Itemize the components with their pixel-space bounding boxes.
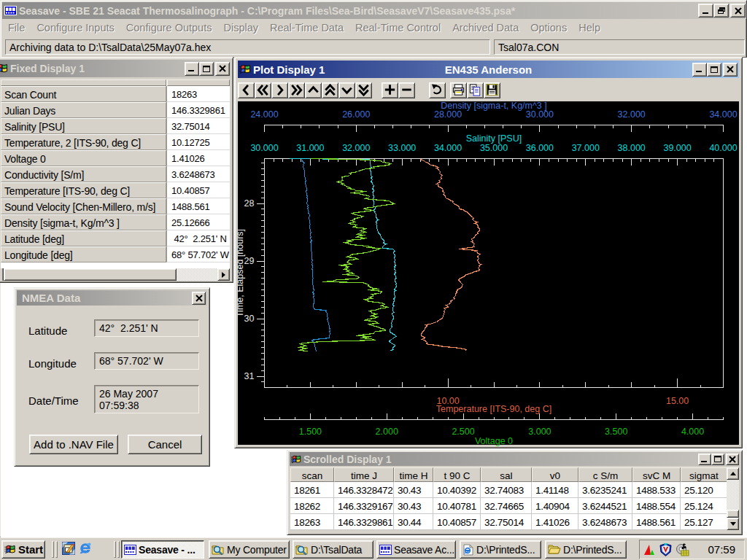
menu-real-time-control[interactable]: Real-Time Control	[349, 22, 446, 34]
chevron-right-icon	[272, 82, 287, 98]
vertical-scrollbar[interactable]	[727, 467, 739, 530]
fixed-row-julian-days: Julian Days146.3329861	[1, 102, 230, 118]
close-button[interactable]	[723, 63, 738, 77]
plot-display-title: Plot Display 1	[253, 63, 325, 76]
row-label: Conductivity [S/m]	[1, 166, 166, 182]
scroll-right-fast-button[interactable]	[288, 82, 305, 98]
column-header-time-H: time H	[394, 467, 433, 482]
network-monitor-icon[interactable]	[643, 543, 657, 556]
plot-display-titlebar[interactable]: Plot Display 1 EN435 Anderson	[238, 61, 739, 78]
restore-button[interactable]	[713, 4, 729, 18]
menu-help[interactable]: Help	[573, 22, 606, 34]
close-icon	[728, 456, 737, 463]
taskbar-grip[interactable]	[55, 541, 58, 558]
internet-explorer-icon[interactable]	[79, 542, 92, 555]
scroll-up-button[interactable]	[727, 467, 739, 480]
menu-display[interactable]: Display	[217, 22, 264, 34]
maximize-button[interactable]	[707, 63, 721, 77]
taskbar-grip[interactable]	[117, 541, 120, 558]
close-button[interactable]	[726, 454, 739, 465]
menu-configure-outputs[interactable]: Configure Outputs	[120, 22, 218, 34]
horizontal-scrollbar[interactable]	[1, 268, 230, 281]
scrolled-display-window: Scrolled Display 1 scantime Jtime Ht 90 …	[287, 450, 743, 535]
salinity-tick-label: 37.000	[572, 143, 600, 153]
minimize-button[interactable]	[185, 62, 199, 76]
cell-v0: 1.40904	[532, 498, 578, 514]
cell-t-90-C: 10.40392	[433, 482, 481, 498]
voltage-tick-label: 3.500	[605, 427, 627, 437]
cell-scan: 18261	[290, 482, 334, 498]
menu-configure-inputs[interactable]: Configure Inputs	[31, 22, 120, 34]
print-button[interactable]	[450, 82, 467, 98]
undo-zoom-button[interactable]	[429, 82, 446, 98]
close-icon	[218, 65, 227, 72]
task-button-seasave-ac[interactable]: Seasave Ac...	[376, 540, 456, 559]
arrow-right-icon	[222, 272, 225, 278]
cell-time-J: 146.3328472	[334, 482, 394, 498]
close-button[interactable]	[730, 4, 746, 18]
scroll-down-button[interactable]	[338, 82, 355, 98]
task-button-d-tsaldata[interactable]: D:\TsalData	[293, 540, 374, 559]
minimize-button[interactable]	[698, 454, 711, 465]
scroll-right-button[interactable]	[217, 268, 230, 281]
cell-sal: 32.74665	[481, 498, 532, 514]
scroll-right-button[interactable]	[271, 82, 288, 98]
close-button[interactable]	[215, 62, 230, 76]
temperature-tick-label: 15.00	[666, 396, 689, 406]
taskbar-grip[interactable]	[114, 541, 116, 558]
longitude-field[interactable]: 68° 57.702' W	[94, 352, 199, 370]
close-button[interactable]	[192, 292, 206, 305]
row-value: 10.12725	[166, 134, 230, 150]
scroll-down-fast-button[interactable]	[355, 82, 372, 98]
copy-button[interactable]	[467, 82, 484, 98]
minimize-icon	[702, 7, 711, 15]
row-label: Salinity [PSU]	[1, 118, 166, 134]
tray-clock[interactable]: 07:59	[708, 543, 735, 556]
minimize-button[interactable]	[698, 4, 713, 18]
main-titlebar[interactable]: Seasave - SBE 21 Seacat Thermosalinograp…	[2, 2, 746, 19]
task-button-d-printeds[interactable]: D:\PrintedS...	[460, 540, 541, 559]
desktop-notes-icon[interactable]	[62, 542, 75, 555]
scrollbar-track[interactable]	[177, 268, 217, 281]
scroll-left-button[interactable]	[238, 82, 255, 98]
maximize-button[interactable]	[199, 62, 214, 76]
menu-archived-data[interactable]: Archived Data	[446, 22, 525, 34]
scrolled-display-titlebar[interactable]: Scrolled Display 1	[290, 452, 740, 466]
fixed-display-titlebar[interactable]: Fixed Display 1	[0, 60, 231, 77]
antivirus-shield-icon[interactable]	[659, 543, 672, 556]
zoom-out-button[interactable]	[398, 82, 415, 98]
latitude-field[interactable]: 42° 2.251' N	[94, 319, 199, 337]
salinity-tick-label: 38.000	[618, 143, 646, 153]
fixed-row-temperature-2-its-90-deg-c: Temperature, 2 [ITS-90, deg C]10.12725	[1, 134, 230, 150]
minimize-button[interactable]	[692, 63, 707, 77]
seasave-icon	[379, 545, 392, 555]
scroll-down-button[interactable]	[727, 518, 739, 530]
scroll-up-button[interactable]	[305, 82, 322, 98]
datetime-field[interactable]: 26 May 2007 07:59:38	[94, 385, 199, 413]
start-button[interactable]: Start	[1, 540, 45, 559]
header-cell-labels	[1, 79, 166, 86]
scroll-up-fast-button[interactable]	[322, 82, 338, 98]
menu-options[interactable]: Options	[525, 22, 573, 34]
add-to-nav-file-button[interactable]: Add to .NAV File	[29, 435, 118, 454]
scrollbar-thumb[interactable]	[4, 268, 177, 281]
menu-real-time-data[interactable]: Real-Time Data	[264, 22, 349, 34]
menu-file[interactable]: File	[2, 22, 31, 34]
cancel-button[interactable]: Cancel	[128, 435, 202, 454]
scrollbar-thumb[interactable]	[727, 510, 739, 518]
task-button-my-computer[interactable]: My Computer	[209, 540, 290, 559]
nmea-titlebar[interactable]: NMEA Data	[17, 290, 207, 306]
window-flag-icon	[291, 454, 301, 464]
table-header: scantime Jtime Ht 90 Csalv0c S/msvC Msig…	[290, 467, 728, 482]
task-button-d-printeds[interactable]: D:\PrintedS...	[545, 540, 627, 559]
input-device-icon[interactable]	[675, 543, 689, 556]
task-button-seasave[interactable]: Seasave - ...	[121, 540, 204, 559]
plot-area[interactable]: 24.00026.00028.00030.00032.00034.000Dens…	[238, 101, 739, 445]
zoom-in-button[interactable]	[382, 82, 398, 98]
maximize-button[interactable]	[711, 454, 724, 465]
save-button[interactable]	[484, 82, 500, 98]
scroll-left-fast-button[interactable]	[255, 82, 271, 98]
taskbar-grip[interactable]	[52, 541, 54, 558]
row-label: Julian Days	[1, 102, 166, 118]
trace-temperature	[421, 160, 481, 351]
